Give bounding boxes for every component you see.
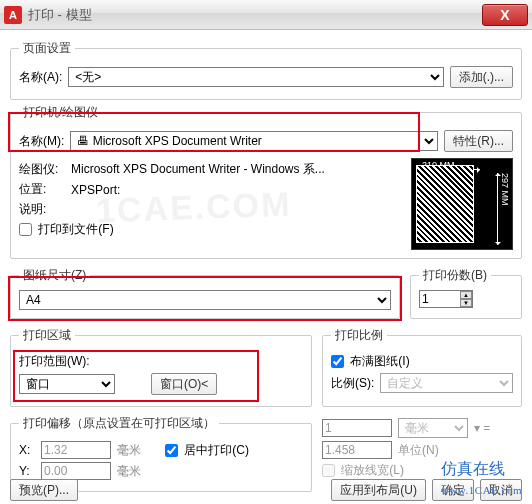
- copies-group: 打印份数(B) ▲ ▼: [410, 267, 522, 319]
- print-range-label: 打印范围(W):: [19, 353, 90, 370]
- print-range-select[interactable]: 窗口: [19, 374, 115, 394]
- copies-legend: 打印份数(B): [419, 267, 491, 284]
- printer-props-button[interactable]: 特性(R)...: [444, 130, 513, 152]
- add-pagesetup-button[interactable]: 添加(.)...: [450, 66, 513, 88]
- scale-lineweights: 缩放线宽(L): [322, 462, 404, 479]
- window-title: 打印 - 模型: [28, 6, 92, 24]
- scale-label: 比例(S):: [331, 375, 374, 392]
- print-area-legend: 打印区域: [19, 327, 75, 344]
- page-setup-group: 页面设置 名称(A): <无> 添加(.)...: [10, 40, 522, 100]
- offset-legend: 打印偏移（原点设置在可打印区域）: [19, 415, 219, 432]
- print-area-group: 打印区域 打印范围(W): 窗口 窗口(O)<: [10, 327, 312, 407]
- center-print[interactable]: 居中打印(C): [165, 442, 249, 459]
- plotter-value: Microsoft XPS Document Writer - Windows …: [71, 161, 325, 178]
- offset-y-unit: 毫米: [117, 463, 141, 480]
- pagesetup-name-label: 名称(A):: [19, 69, 62, 86]
- scale-unit-select: 毫米: [398, 418, 468, 438]
- scale-num-input: [322, 419, 392, 437]
- offset-x-input: [41, 441, 111, 459]
- offset-y-input: [41, 462, 111, 480]
- scale-group: 打印比例 布满图纸(I) 比例(S): 自定义: [322, 327, 522, 407]
- offset-x-label: X:: [19, 443, 35, 457]
- arrow-vertical-icon: [497, 173, 498, 245]
- fit-checkbox[interactable]: [331, 355, 344, 368]
- copies-up-icon[interactable]: ▲: [460, 291, 472, 299]
- cancel-button[interactable]: 取消: [480, 479, 522, 501]
- paper-size-group: 图纸尺寸(Z) A4: [10, 267, 400, 319]
- print-to-file-checkbox[interactable]: [19, 223, 32, 236]
- paper-preview: 210 MM 297 MM: [411, 158, 513, 250]
- printer-legend: 打印机/绘图仪: [19, 104, 102, 121]
- printer-name-label: 名称(M):: [19, 133, 64, 150]
- scale-legend: 打印比例: [331, 327, 387, 344]
- printer-name-select[interactable]: 🖶 Microsoft XPS Document Writer: [70, 131, 438, 151]
- preview-button[interactable]: 预览(P)...: [10, 479, 78, 501]
- pagesetup-name-select[interactable]: <无>: [68, 67, 443, 87]
- apply-layout-button[interactable]: 应用到布局(U): [331, 479, 426, 501]
- window-pick-button[interactable]: 窗口(O)<: [151, 373, 217, 395]
- fit-to-paper[interactable]: 布满图纸(I): [331, 353, 410, 370]
- offset-y-label: Y:: [19, 464, 35, 478]
- scale-den-unit: 单位(N): [398, 442, 439, 459]
- ok-button[interactable]: 确定: [432, 479, 474, 501]
- print-to-file[interactable]: 打印到文件(F): [19, 221, 114, 238]
- offset-x-unit: 毫米: [117, 442, 141, 459]
- scale-select: 自定义: [380, 373, 513, 393]
- desc-label: 说明:: [19, 201, 65, 218]
- where-value: XPSPort:: [71, 183, 120, 197]
- close-button[interactable]: X: [482, 4, 528, 26]
- paper-icon: [416, 165, 474, 243]
- where-label: 位置:: [19, 181, 65, 198]
- paper-size-legend: 图纸尺寸(Z): [19, 267, 90, 284]
- printer-group: 打印机/绘图仪 名称(M): 🖶 Microsoft XPS Document …: [10, 104, 522, 259]
- page-setup-legend: 页面设置: [19, 40, 75, 57]
- center-checkbox[interactable]: [165, 444, 178, 457]
- paper-size-select[interactable]: A4: [19, 290, 391, 310]
- autocad-icon: A: [4, 6, 22, 24]
- paper-height-label: 297 MM: [500, 173, 510, 206]
- scale-lw-checkbox: [322, 464, 335, 477]
- equals-label: ▾ =: [474, 421, 490, 435]
- scale-den-input: [322, 441, 392, 459]
- plotter-label: 绘图仪:: [19, 161, 65, 178]
- copies-down-icon[interactable]: ▼: [460, 299, 472, 307]
